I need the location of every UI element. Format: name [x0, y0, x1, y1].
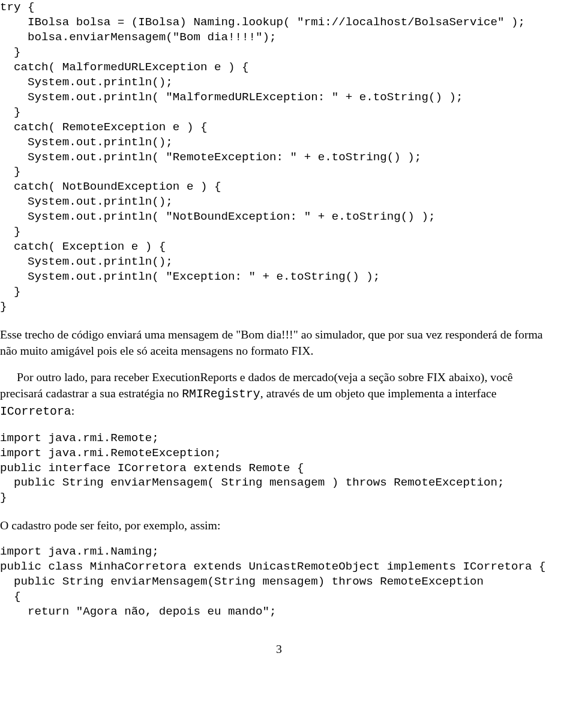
text-run: : [71, 404, 75, 417]
code-block-try-catch: try { IBolsa bolsa = (IBolsa) Naming.loo… [0, 0, 558, 314]
document-page: try { IBolsa bolsa = (IBolsa) Naming.loo… [0, 0, 576, 680]
code-block-class: import java.rmi.Naming; public class Min… [0, 544, 558, 619]
inline-code-icorretora: ICorretora [0, 405, 71, 418]
paragraph-1a: Esse trecho de código enviará uma mensag… [0, 326, 558, 358]
inline-code-rmiregistry: RMIRegistry [182, 388, 260, 401]
text-run: , através de um objeto que implementa a … [260, 387, 497, 400]
paragraph-2: O cadastro pode ser feito, por exemplo, … [0, 517, 558, 534]
code-block-interface: import java.rmi.Remote; import java.rmi.… [0, 431, 558, 506]
page-number: 3 [0, 642, 558, 656]
paragraph-1b: Por outro lado, para receber ExecutionRe… [0, 369, 558, 420]
